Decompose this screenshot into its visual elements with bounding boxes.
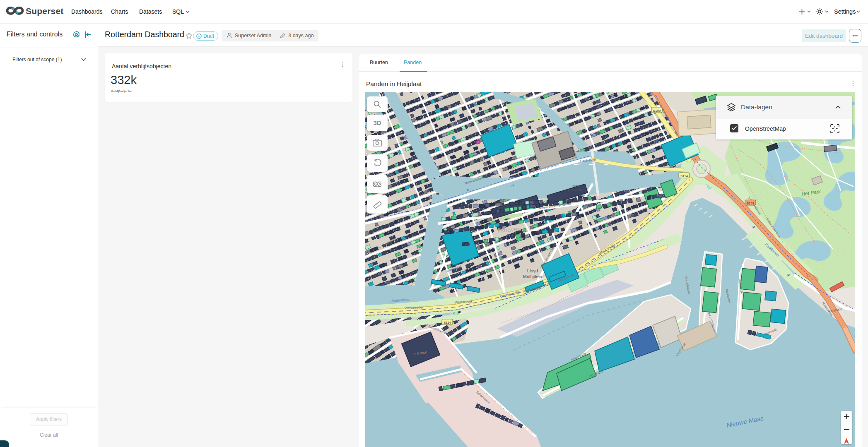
svg-text:S114: S114	[680, 174, 688, 178]
svg-text:S100: S100	[653, 109, 661, 113]
svg-text:S103: S103	[747, 202, 755, 205]
svg-text:P: P	[787, 273, 790, 277]
svg-text:S114: S114	[444, 321, 451, 324]
svg-text:Pieter: Pieter	[571, 184, 580, 188]
svg-text:P: P	[511, 184, 514, 188]
svg-text:P: P	[752, 225, 755, 229]
svg-text:P: P	[467, 188, 469, 192]
svg-text:Lloyd: Lloyd	[527, 268, 538, 273]
svg-text:de Hoochbrug: de Hoochbrug	[567, 188, 586, 192]
svg-text:P: P	[598, 215, 600, 219]
svg-text:Multiplein: Multiplein	[523, 274, 542, 279]
